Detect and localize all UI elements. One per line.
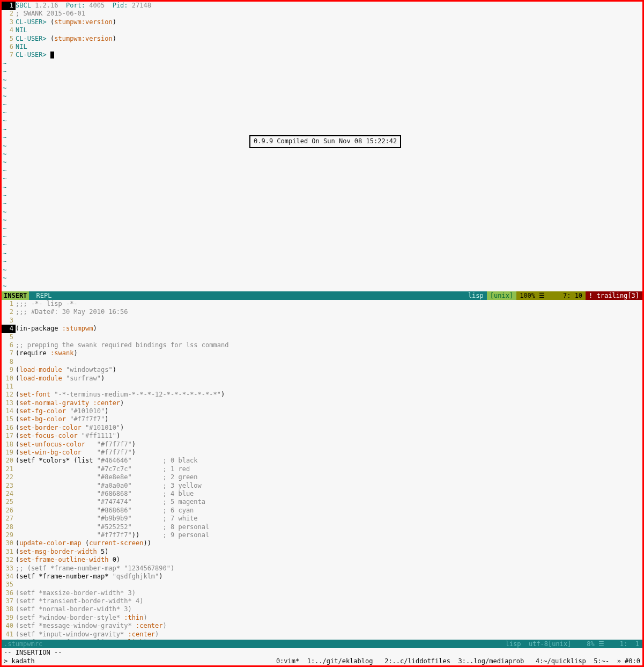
- empty-line-marker: ~: [2, 184, 642, 192]
- hostname-prompt: > kadath: [2, 657, 35, 665]
- code-line: 2;;; #Date#: 30 May 2010 16:56: [2, 308, 642, 316]
- status-right: lisp utf-8[unix] 8% ☰ 1: 1: [502, 640, 642, 648]
- code-line: 41(setf *input-window-gravity* :center): [2, 631, 642, 639]
- code-line: 39(setf *window-border-style* :thin): [2, 614, 642, 622]
- empty-line-marker: ~: [2, 216, 642, 224]
- empty-line-marker: ~: [2, 258, 642, 266]
- empty-line-marker: ~: [2, 60, 642, 68]
- empty-line-marker: ~: [2, 241, 642, 249]
- code-line: 7CL-USER>: [2, 51, 642, 59]
- code-line: 28 "#525252" ; 8 personal: [2, 523, 642, 531]
- buffer-name-bottom: .stumpwmrc: [2, 640, 45, 648]
- code-line: 10(load-module "surfraw"): [2, 375, 642, 383]
- filetype: lisp: [465, 291, 487, 300]
- code-line: 14(set-fg-color "#101010"): [2, 407, 642, 415]
- code-line: 8: [2, 358, 642, 366]
- code-line: 4NIL: [2, 26, 642, 34]
- code-line: 12(set-font "-*-terminus-medium-*-*-*-12…: [2, 391, 642, 399]
- code-line: 27 "#b9b9b9" ; 7 white: [2, 515, 642, 523]
- code-line: 30(update-color-map (current-screen)): [2, 539, 642, 547]
- code-line: 20(setf *colors* (list "#464646" ; 0 bla…: [2, 457, 642, 465]
- fileformat: [unix]: [487, 291, 516, 300]
- code-line: 16(set-border-color "#101010"): [2, 424, 642, 432]
- code-line: 18(set-unfocus-color "#f7f7f7"): [2, 441, 642, 449]
- code-line: 11: [2, 383, 642, 391]
- code-line: 2; SWANK 2015-06-01: [2, 10, 642, 18]
- code-line: 33;; (setf *frame-number-map* "123456789…: [2, 565, 642, 573]
- code-line: 7(require :swank): [2, 349, 642, 357]
- code-line: 24 "#686868" ; 4 blue: [2, 490, 642, 498]
- code-line: 36(setf *maxsize-border-width* 3): [2, 589, 642, 597]
- empty-line-marker: ~: [2, 175, 642, 183]
- empty-line-marker: ~: [2, 233, 642, 241]
- tmux-windows: 0:vim* 1:../git/eklablog 2:..c/liddotfil…: [276, 657, 642, 665]
- code-line: 15(set-bg-color "#f7f7f7"): [2, 415, 642, 423]
- code-line: 9(load-module "windowtags"): [2, 366, 642, 374]
- cursor: [50, 52, 54, 58]
- code-line: 29 "#f7f7f7")) ; 9 personal: [2, 531, 642, 539]
- empty-line-marker: ~: [2, 84, 642, 92]
- version-overlay: 0.9.9 Compiled On Sun Nov 08 15:22:42: [249, 135, 401, 148]
- empty-line-marker: ~: [2, 117, 642, 125]
- trailing-warning: ! trailing[3]: [586, 291, 642, 300]
- empty-line-marker: ~: [2, 126, 642, 134]
- code-line: 5CL-USER> (stumpwm:version): [2, 35, 642, 43]
- empty-line-marker: ~: [2, 266, 642, 274]
- code-line: 22 "#8e8e8e" ; 2 green: [2, 473, 642, 481]
- empty-line-marker: ~: [2, 150, 642, 158]
- screen: 1SBCL 1.2.16 Port: 4005 Pid: 27148 2; SW…: [0, 0, 644, 667]
- code-line: 13(set-normal-gravity :center): [2, 399, 642, 407]
- percent: 100% ☰: [516, 291, 548, 300]
- empty-line-marker: ~: [2, 225, 642, 233]
- code-line: 17(set-focus-color "#ff1111"): [2, 432, 642, 440]
- empty-line-marker: ~: [2, 200, 642, 208]
- repl-pane[interactable]: 1SBCL 1.2.16 Port: 4005 Pid: 27148 2; SW…: [2, 2, 642, 291]
- code-line: 21 "#7c7c7c" ; 1 red: [2, 465, 642, 473]
- code-line: 40(setf *message-window-gravity* :center…: [2, 622, 642, 630]
- code-line: 3: [2, 317, 642, 325]
- empty-line-marker: ~: [2, 92, 642, 100]
- statusline-bottom: .stumpwmrc lisp utf-8[unix] 8% ☰ 1: 1: [2, 640, 642, 648]
- empty-line-marker: ~: [2, 282, 642, 290]
- empty-line-marker: ~: [2, 250, 642, 258]
- buffer-name: REPL: [29, 291, 55, 300]
- empty-line-marker: ~: [2, 101, 642, 109]
- statusline-top: INSERT REPL lisp [unix] 100% ☰ 7: 10 ! t…: [2, 291, 642, 300]
- code-line: 6;; prepping the swank required bindings…: [2, 341, 642, 349]
- code-line: 4(in-package :stumpwm): [2, 325, 642, 333]
- empty-line-marker: ~: [2, 68, 642, 76]
- empty-line-marker: ~: [2, 167, 642, 175]
- code-line: 5: [2, 333, 642, 341]
- empty-line-marker: ~: [2, 192, 642, 200]
- code-line: 6NIL: [2, 43, 642, 51]
- empty-line-marker: ~: [2, 158, 642, 166]
- tmux-status: > kadath 0:vim* 1:../git/eklablog 2:..c/…: [2, 657, 642, 665]
- code-line: 38(setf *normal-border-width* 3): [2, 605, 642, 613]
- code-line: 23 "#a0a0a0" ; 3 yellow: [2, 482, 642, 490]
- empty-line-marker: ~: [2, 76, 642, 84]
- empty-line-marker: ~: [2, 274, 642, 282]
- code-line: 19(set-win-bg-color "#f7f7f7"): [2, 449, 642, 457]
- empty-line-marker: ~: [2, 208, 642, 216]
- code-line: 32(set-frame-outline-width 0): [2, 556, 642, 564]
- mode-indicator: INSERT: [2, 291, 29, 300]
- code-line: 25 "#747474" ; 5 magenta: [2, 498, 642, 506]
- code-line: 1SBCL 1.2.16 Port: 4005 Pid: 27148: [2, 2, 642, 10]
- code-line: 34(setf *frame-number-map* "qsdfghjklm"): [2, 573, 642, 581]
- config-pane[interactable]: 1;;; -*- lisp -*- 2;;; #Date#: 30 May 20…: [2, 300, 642, 640]
- code-line: 37(setf *transient-border-width* 4): [2, 597, 642, 605]
- code-line: 35: [2, 581, 642, 589]
- code-line: 26 "#868686" ; 6 cyan: [2, 507, 642, 515]
- code-line: 31(set-msg-border-width 5): [2, 548, 642, 556]
- cursor-pos: 7: 10: [548, 291, 586, 300]
- vim-mode-line: -- INSERTION --: [2, 648, 642, 657]
- code-line: 3CL-USER> (stumpwm:version): [2, 18, 642, 26]
- code-line: 1;;; -*- lisp -*-: [2, 300, 642, 308]
- empty-line-marker: ~: [2, 109, 642, 117]
